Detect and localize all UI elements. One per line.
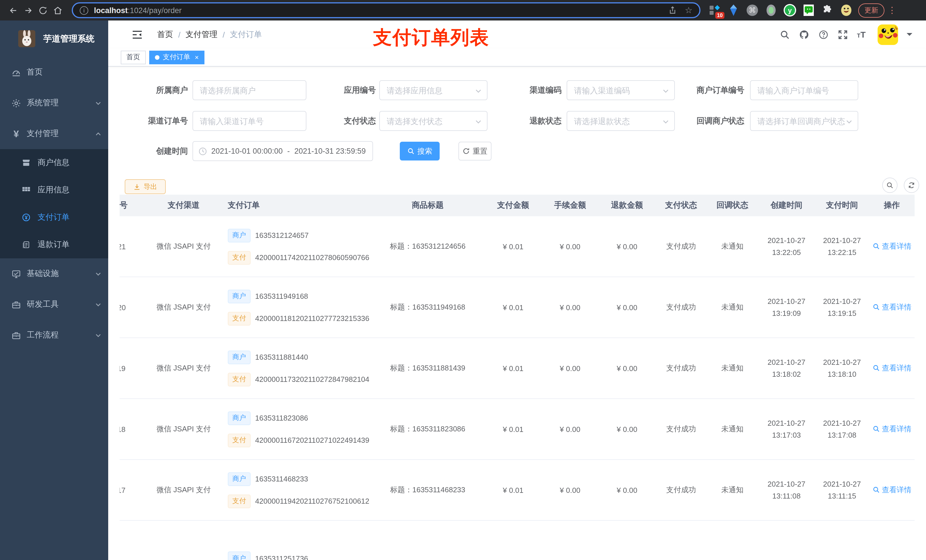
sidebar-item-dev-tools[interactable]: 研发工具: [0, 289, 108, 320]
sidebar-item-merchant-info[interactable]: 商户信息: [0, 149, 108, 177]
pay-status-select[interactable]: [379, 111, 487, 131]
merchant-tag: 商户: [228, 551, 251, 560]
refund-status-input[interactable]: [574, 116, 667, 125]
user-avatar[interactable]: [878, 24, 898, 45]
sidebar-item-home[interactable]: 首页: [0, 57, 108, 88]
view-detail-link[interactable]: 查看详情: [872, 241, 911, 252]
cell-notify-status: 未通知: [707, 363, 758, 373]
view-detail-link[interactable]: 查看详情: [872, 485, 911, 495]
refund-status-select[interactable]: [567, 111, 675, 131]
notify-status-input[interactable]: [757, 116, 851, 125]
fullscreen-icon[interactable]: [837, 29, 848, 40]
puzzle-extensions-icon[interactable]: [821, 4, 834, 17]
cell-title: 标题：1635311823086: [371, 424, 485, 434]
grid-table-icon: [22, 186, 31, 195]
breadcrumb-pay-order: 支付订单: [230, 29, 262, 39]
browser-reload-button[interactable]: [35, 3, 50, 18]
browser-forward-button[interactable]: [21, 3, 35, 18]
refresh-table-button[interactable]: [904, 178, 919, 193]
app-input[interactable]: [387, 86, 480, 95]
dashboard-icon: [11, 68, 21, 77]
bookmark-star-icon[interactable]: ☆: [685, 5, 693, 15]
merchant-order-no: 1635311823086: [255, 414, 308, 422]
browser-menu-dots-icon[interactable]: ⋮: [888, 5, 897, 15]
table-row: 119 微信 JSAPI 支付 商户1635311881440 支付420000…: [120, 338, 915, 399]
reset-button[interactable]: 重置: [458, 142, 492, 160]
navbar-actions: TT: [779, 24, 912, 45]
view-detail-link[interactable]: 查看详情: [872, 363, 911, 373]
tab-home[interactable]: 首页: [121, 50, 146, 64]
sidebar-item-payment[interactable]: ¥ 支付管理: [0, 118, 108, 149]
channel-pay-no: 4200001167202110271022491439: [255, 436, 369, 444]
view-detail-link[interactable]: 查看详情: [872, 302, 911, 312]
date-range-end[interactable]: 2021-10-31 23:59:59: [294, 147, 366, 155]
browser-home-button[interactable]: [50, 3, 65, 18]
recorder-extension-icon[interactable]: [765, 4, 777, 17]
url-text: localhost:1024/pay/order: [94, 6, 660, 15]
pay-status-input[interactable]: [387, 116, 480, 125]
toggle-search-button[interactable]: [882, 178, 897, 193]
cell-pay-time: 2021-10-2713:22:15: [815, 234, 869, 258]
app-select[interactable]: [379, 80, 487, 100]
site-info-icon[interactable]: i: [80, 6, 88, 15]
cell-pay-order: 商户1635311881440 支付4200001173202110272847…: [222, 350, 371, 386]
view-detail-link[interactable]: 查看详情: [872, 424, 911, 434]
create-time-range-picker[interactable]: 2021-10-01 00:00:00 - 2021-10-31 23:59:5…: [192, 141, 373, 161]
address-bar[interactable]: i localhost:1024/pay/order ☆: [72, 2, 701, 18]
search-icon[interactable]: [779, 29, 790, 40]
cell-pay-order: 商户1635311468233 支付4200001194202110276752…: [222, 472, 371, 508]
col-refund-amount: 退款金额: [599, 200, 655, 211]
col-create-time: 创建时间: [758, 200, 815, 211]
briefcase-icon: [11, 331, 21, 340]
extension-grid-icon[interactable]: 10: [708, 4, 721, 17]
menu-fold-icon[interactable]: [132, 29, 142, 39]
merchant-order-no: 1635311949168: [255, 292, 308, 300]
gem-extension-icon[interactable]: [727, 4, 740, 17]
date-range-start[interactable]: 2021-10-01 00:00:00: [211, 147, 283, 155]
update-button[interactable]: 更新: [858, 3, 884, 17]
emoji-profile-icon[interactable]: [840, 4, 853, 17]
pay-tag: 支付: [228, 373, 251, 386]
export-button[interactable]: 导出: [125, 179, 166, 194]
merchant-order-no: 1635311251736: [255, 554, 308, 560]
cell-notify-status: 未通知: [707, 485, 758, 495]
cell-pay-order: 商户1635311251736: [222, 551, 371, 560]
sidebar-item-infrastructure[interactable]: 基础设施: [0, 258, 108, 289]
svg-text:y: y: [788, 6, 792, 14]
cell-pay-amount: ¥ 0.01: [485, 303, 542, 312]
merchant-select[interactable]: [192, 80, 306, 100]
sidebar-item-label: 基础设施: [27, 269, 59, 279]
cell-id: 120: [120, 303, 145, 312]
channel-code-input[interactable]: [574, 86, 667, 95]
avatar-caret-icon[interactable]: [906, 33, 912, 39]
command-extension-icon[interactable]: ⌘: [746, 4, 758, 17]
tab-pay-order[interactable]: 支付订单 ×: [149, 50, 204, 64]
browser-toolbar: i localhost:1024/pay/order ☆ 10 ⌘ y: [0, 0, 926, 21]
tab-close-icon[interactable]: ×: [195, 53, 199, 61]
sidebar-item-refund-order[interactable]: 退款订单: [0, 231, 108, 258]
merchant-order-no-field[interactable]: [750, 80, 858, 100]
col-actions: 操作: [869, 200, 915, 211]
search-button[interactable]: 搜索: [400, 142, 440, 160]
y-extension-icon[interactable]: y: [784, 4, 796, 17]
share-icon[interactable]: [668, 6, 677, 15]
channel-order-no-field[interactable]: [192, 111, 306, 131]
font-size-icon[interactable]: TT: [857, 30, 865, 39]
sidebar-item-workflow[interactable]: 工作流程: [0, 320, 108, 350]
sidebar-item-app-info[interactable]: 应用信息: [0, 177, 108, 204]
help-icon[interactable]: [818, 29, 829, 40]
merchant-order-no-input[interactable]: [757, 86, 851, 95]
cell-channel: 微信 JSAPI 支付: [145, 485, 222, 495]
merchant-input[interactable]: [200, 86, 299, 95]
sidebar-item-system[interactable]: 系统管理: [0, 88, 108, 118]
channel-code-select[interactable]: [567, 80, 675, 100]
sidebar-item-pay-order[interactable]: 支付订单: [0, 204, 108, 231]
github-icon[interactable]: [799, 29, 809, 40]
tags-view-bar: 首页 支付订单 ×: [108, 48, 926, 66]
channel-order-no-input[interactable]: [200, 116, 299, 125]
chat-extension-icon[interactable]: [802, 4, 815, 17]
breadcrumb-pay-manage[interactable]: 支付管理: [186, 29, 218, 39]
browser-back-button[interactable]: [6, 3, 21, 18]
notify-status-select[interactable]: [750, 111, 858, 131]
breadcrumb-home[interactable]: 首页: [157, 29, 173, 39]
